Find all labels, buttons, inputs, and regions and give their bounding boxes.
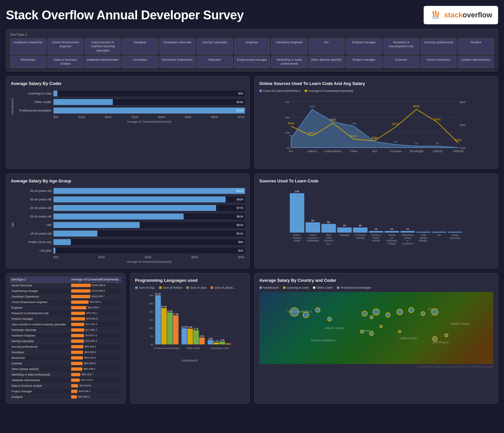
hbar-track: $1K bbox=[53, 248, 245, 254]
devtype-cell[interactable]: Designer bbox=[122, 38, 158, 54]
table-row: Senior Executive$106,365.6 bbox=[10, 282, 122, 288]
svg-text:(virtual: (virtual bbox=[404, 237, 411, 239]
table-cell-value: $106,365.6 bbox=[69, 282, 122, 288]
svg-rect-111 bbox=[173, 315, 178, 344]
devtype-cell[interactable]: Hardware Engineer bbox=[271, 38, 307, 54]
table-cell-value: $71,937.4 bbox=[69, 321, 122, 327]
devtype-cell[interactable]: Project manager bbox=[346, 56, 382, 68]
devtype-cell[interactable]: Student bbox=[458, 38, 494, 54]
hbar-track: $62K bbox=[53, 214, 245, 219]
online-sources-chart: 6K25K17K14K4K2K1K1K$58K$45K$62K$41K$39K$… bbox=[259, 95, 494, 164]
hbar-label: Prefer not to say bbox=[15, 240, 51, 244]
devtype-cell[interactable]: Developer Experience bbox=[159, 56, 195, 68]
hbar-label: Other Coder bbox=[15, 100, 51, 104]
table-row: Product manager$74,951.6 bbox=[10, 316, 122, 321]
table-row: Cloud infrastructure engineer$94,329.1 bbox=[10, 299, 122, 305]
svg-rect-105 bbox=[155, 295, 161, 344]
svg-rect-47 bbox=[305, 222, 320, 233]
table-row: Developer$64,553.9 bbox=[10, 349, 122, 355]
hbar-fill bbox=[53, 99, 113, 105]
svg-text:Books /: Books / bbox=[293, 234, 301, 236]
svg-text:School: School bbox=[388, 234, 395, 236]
devtype-cell[interactable]: Data or business analyst bbox=[48, 56, 84, 68]
devtype-cell[interactable]: Engineering manager bbox=[234, 56, 270, 68]
prog-langs-x-axis: MainBranch bbox=[135, 359, 245, 362]
devtype-cell[interactable]: System administrator bbox=[458, 56, 494, 68]
devtype-cell[interactable]: Academic researcher bbox=[10, 38, 46, 54]
table-cell-name: Senior Executive bbox=[10, 282, 69, 288]
table-cell-value: $35,048.2 bbox=[69, 388, 122, 394]
hbar-track: $0K bbox=[53, 91, 245, 96]
map-legend: MainBranchLearning to codeOther CoderPro… bbox=[259, 286, 494, 289]
table-cell-value: $82,708.4 bbox=[69, 305, 122, 310]
hbar-label: 25-34 years old bbox=[15, 215, 51, 218]
devtype-cell[interactable]: Scientist bbox=[383, 56, 419, 68]
svg-rect-114 bbox=[181, 328, 187, 344]
svg-text:$39K: $39K bbox=[371, 136, 378, 139]
devtype-cell[interactable]: Database administrator bbox=[85, 56, 121, 68]
table-cell-value: $30,580.3 bbox=[69, 394, 122, 400]
devtype-cell[interactable]: Developer Advocate bbox=[159, 38, 195, 54]
svg-text:Other: Other bbox=[350, 150, 357, 153]
map-bubble bbox=[327, 317, 332, 321]
x-label: $10K bbox=[78, 115, 85, 119]
table-cell-value: $47,170.0 bbox=[69, 377, 122, 383]
svg-text:10.0K: 10.0K bbox=[181, 325, 187, 328]
svg-text:$63K: $63K bbox=[434, 118, 441, 121]
devtype-cell[interactable]: Engineer bbox=[234, 38, 270, 54]
devtype-cell[interactable]: Cloud infrastructure engineer bbox=[48, 38, 84, 54]
avg-salary-age-title: Average Salary By Age Group bbox=[11, 178, 245, 183]
map-bubble bbox=[362, 311, 368, 317]
salary-table: DevType.1 Average of ConvertedCompYearly… bbox=[10, 277, 122, 400]
hbar-value: $62K bbox=[236, 215, 243, 218]
devtype-cell[interactable]: Blockchain bbox=[10, 56, 46, 68]
svg-text:9.6K: 9.6K bbox=[188, 326, 192, 328]
svg-text:$40K: $40K bbox=[459, 147, 466, 150]
devtype-cell[interactable]: Other (please specify): bbox=[309, 56, 345, 68]
svg-text:family: family bbox=[373, 237, 379, 239]
svg-text:10K: 10K bbox=[149, 327, 153, 329]
devtype-row2[interactable]: BlockchainData or business analystDataba… bbox=[10, 56, 494, 68]
svg-rect-123 bbox=[208, 340, 213, 344]
table-row: Engineering manager$105,580.6 bbox=[10, 288, 122, 294]
hbar-row: >65 $41K bbox=[15, 222, 245, 228]
devtype-cell[interactable]: Security professional bbox=[420, 38, 456, 54]
devtype-cell[interactable]: DevOps specialist bbox=[197, 38, 233, 54]
svg-text:$60K: $60K bbox=[459, 124, 466, 127]
salary-table-body: Senior Executive$106,365.6Engineering ma… bbox=[10, 282, 122, 400]
hbar-track: $91K bbox=[53, 188, 245, 194]
x-label: $80K bbox=[238, 256, 245, 259]
svg-rect-58 bbox=[337, 227, 352, 233]
svg-rect-107 bbox=[161, 308, 167, 344]
devtype-cell[interactable]: Product manager bbox=[346, 38, 382, 54]
logo-text: stackoverflow bbox=[444, 11, 492, 19]
prog-langs-svg: 0K5K10K15K20K25K30K30.4K22.4K19.8K17.8KP… bbox=[135, 292, 245, 358]
legend-item: MainBranch bbox=[259, 286, 279, 289]
avg-salary-coder-title: Average Salary By Coder bbox=[11, 81, 245, 86]
svg-text:$41K: $41K bbox=[350, 134, 357, 138]
svg-text:Physical: Physical bbox=[292, 237, 301, 239]
devtype-cell[interactable]: Research & Development role bbox=[383, 38, 419, 54]
devtype-cell[interactable]: Educator bbox=[197, 56, 233, 68]
devtype-cell[interactable]: NA bbox=[309, 38, 345, 54]
x-label: $60K bbox=[192, 256, 198, 259]
devtype-cell[interactable]: Data scientist or machine learning speci… bbox=[85, 38, 121, 54]
svg-text:8.7K: 8.7K bbox=[193, 327, 198, 330]
devtype-row1[interactable]: Academic researcherCloud infrastructure … bbox=[10, 38, 494, 54]
hbar-row: 55-64 years old $82K bbox=[15, 196, 245, 202]
devtype-cell[interactable]: Senior Executive bbox=[420, 56, 456, 68]
table-cell-value: $94,329.1 bbox=[69, 299, 122, 305]
svg-text:2.8K: 2.8K bbox=[208, 337, 213, 340]
table-cell-name: Data scientist or machine learning speci… bbox=[10, 321, 69, 327]
age-bars: 35-44 years old $91K 55-64 years old $82… bbox=[15, 188, 245, 254]
legend-item: Learning to code bbox=[283, 286, 309, 289]
map-bubble bbox=[408, 307, 414, 313]
devtype-cell[interactable]: Developer bbox=[122, 56, 158, 68]
table-row: Database administrator$47,170.0 bbox=[10, 377, 122, 383]
devtype-cell[interactable]: Marketing or sales professional bbox=[271, 56, 307, 68]
hbar-label: 18-24 years old bbox=[15, 232, 51, 235]
hbar-track: $8K bbox=[53, 239, 245, 245]
svg-text:1K: 1K bbox=[406, 228, 409, 231]
logo-overflow: overflow bbox=[463, 11, 492, 19]
coder-y-axis: MainBranch bbox=[11, 89, 14, 123]
